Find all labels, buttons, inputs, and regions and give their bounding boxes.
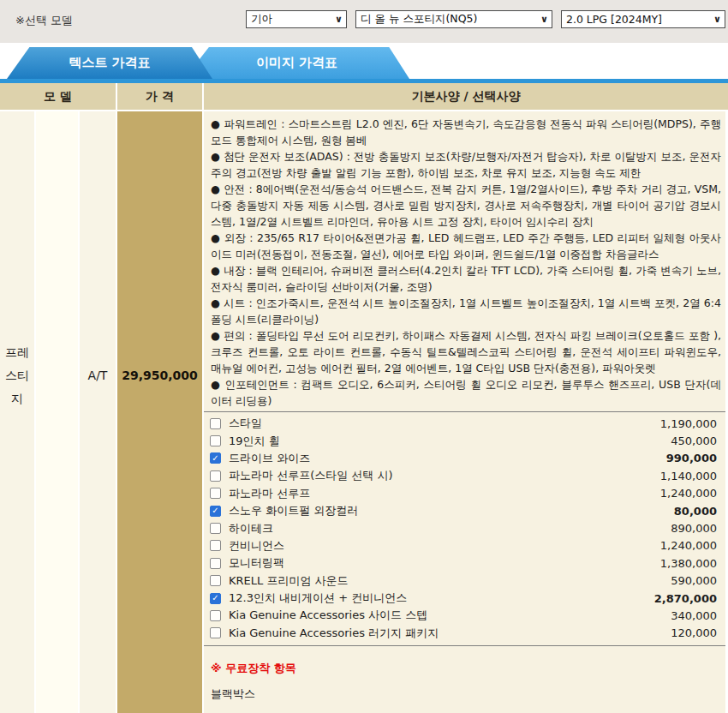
model-select[interactable]: 디 올 뉴 스포티지(NQ5) ∨: [355, 10, 552, 28]
brand-select-value: 기아: [251, 12, 272, 27]
checkbox-unchecked-icon[interactable]: [210, 540, 221, 551]
option-price: 590,000: [671, 574, 717, 587]
header-price: 가 격: [117, 83, 204, 110]
option-price: 340,000: [671, 609, 717, 622]
option-row[interactable]: 모니터링팩1,380,000: [204, 554, 725, 572]
checkbox-unchecked-icon[interactable]: [210, 575, 221, 586]
model-select-value: 디 올 뉴 스포티지(NQ5): [361, 12, 477, 27]
transmission-value: A/T: [88, 368, 108, 382]
option-label: 스노우 화이트펄 외장컬러: [229, 503, 358, 518]
option-label: 파노라마 선루프(스타일 선택 시): [229, 468, 393, 483]
option-row[interactable]: 컨비니언스1,240,000: [204, 537, 725, 554]
option-price: 80,000: [674, 505, 717, 518]
option-price: 1,380,000: [660, 557, 717, 570]
option-label: 드라이브 와이즈: [229, 451, 310, 466]
header-specs: 기본사양 / 선택사양: [204, 83, 728, 110]
option-price: 120,000: [671, 626, 717, 639]
chevron-down-icon: ∨: [335, 14, 343, 25]
option-price: 2,870,000: [654, 592, 717, 605]
option-row[interactable]: 스타일1,190,000: [204, 415, 725, 432]
option-price: 1,190,000: [660, 417, 717, 430]
option-label: 하이테크: [229, 521, 273, 536]
base-price: 29,950,000: [122, 368, 198, 382]
option-row[interactable]: 파노라마 선루프1,240,000: [204, 485, 725, 502]
checkbox-unchecked-icon[interactable]: [210, 627, 221, 638]
specs-list: ● 파워트레인 : 스마트스트림 L2.0 엔진, 6단 자동변속기, 속도감응…: [204, 111, 725, 411]
spec-bullet-line: ● 편의 : 폴딩타입 무선 도어 리모컨키, 하이패스 자동결제 시스템, 전…: [211, 327, 721, 376]
option-label: KRELL 프리미엄 사운드: [229, 573, 349, 589]
table-body-row: 프레스티지 A/T 29,950,000 ● 파워트레인 : 스마트스트림 L2…: [0, 111, 728, 713]
price-cell: 29,950,000: [117, 111, 204, 713]
option-label: 모니터링팩: [229, 555, 284, 571]
option-price: 1,240,000: [660, 487, 717, 500]
table-header-row: 모 델 가 격 기본사양 / 선택사양: [0, 83, 728, 111]
trim-name: 프레스티지: [3, 341, 32, 410]
option-row[interactable]: ✓12.3인치 내비게이션 + 컨비니언스2,870,000: [204, 590, 725, 607]
option-price: 1,240,000: [660, 539, 717, 552]
checkbox-unchecked-icon[interactable]: [210, 418, 221, 429]
option-row[interactable]: KRELL 프리미엄 사운드590,000: [204, 572, 725, 590]
checkbox-unchecked-icon[interactable]: [210, 435, 221, 446]
checkbox-checked-icon[interactable]: ✓: [210, 452, 221, 464]
chevron-down-icon: ∨: [540, 14, 548, 25]
option-label: 스타일: [229, 416, 262, 431]
option-price: 890,000: [671, 522, 717, 535]
option-row[interactable]: ✓드라이브 와이즈990,000: [204, 450, 725, 467]
checkbox-checked-icon[interactable]: ✓: [210, 506, 221, 517]
option-label: Kia Genuine Accessories 사이드 스텝: [229, 608, 427, 623]
option-price: 1,140,000: [660, 470, 717, 482]
spec-bullet-line: ● 인포테인먼트 : 컴팩트 오디오, 6스피커, 스티어링 휠 오디오 리모컨…: [211, 376, 721, 409]
option-label: 19인치 휠: [229, 434, 280, 449]
trim-select[interactable]: 2.0 LPG [2024MY] ∨: [561, 10, 725, 28]
spec-bullet-line: ● 시트 : 인조가죽시트, 운전석 시트 높이조절장치, 1열 시트벨트 높이…: [211, 295, 721, 327]
trim-select-value: 2.0 LPG [2024MY]: [566, 13, 662, 26]
option-label: 파노라마 선루프: [229, 486, 310, 501]
option-price: 990,000: [666, 452, 717, 464]
free-item: 블랙박스: [204, 686, 725, 702]
option-label: 컨비니언스: [229, 538, 284, 554]
option-row[interactable]: 파노라마 선루프(스타일 선택 시)1,140,000: [204, 467, 725, 484]
transmission-cell: A/T: [80, 111, 117, 713]
option-row[interactable]: ✓스노우 화이트펄 외장컬러80,000: [204, 502, 725, 519]
spec-bullet-line: ● 첨단 운전자 보조(ADAS) : 전방 충돌방지 보조(차량/보행자/자전…: [211, 148, 721, 181]
spec-bullet-line: ● 파워트레인 : 스마트스트림 L2.0 엔진, 6단 자동변속기, 속도감응…: [211, 116, 721, 148]
trim-name-cell: 프레스티지: [0, 111, 36, 713]
empty-cell: [36, 111, 80, 713]
spec-bullet-line: ● 안전 : 8에어백(운전석/동승석 어드밴스드, 전복 감지 커튼, 1열/…: [211, 181, 721, 230]
checkbox-unchecked-icon[interactable]: [210, 610, 221, 621]
option-label: 12.3인치 내비게이션 + 컨비니언스: [229, 590, 407, 606]
checkbox-unchecked-icon[interactable]: [210, 488, 221, 499]
header-model: 모 델: [0, 83, 117, 110]
tab-image-price-table[interactable]: 이미지 가격표: [184, 47, 409, 79]
checkbox-unchecked-icon[interactable]: [210, 558, 221, 569]
option-label: Kia Genuine Accessories 러기지 패키지: [229, 626, 439, 641]
free-items-title: ※ 무료장착 항목: [204, 661, 725, 676]
chevron-down-icon: ∨: [713, 14, 721, 25]
checkbox-checked-icon[interactable]: ✓: [210, 593, 221, 604]
checkbox-unchecked-icon[interactable]: [210, 523, 221, 534]
spec-bullet-line: ● 내장 : 블랙 인테리어, 슈퍼비전 클러스터(4.2인치 칼라 TFT L…: [211, 262, 721, 295]
brand-select[interactable]: 기아 ∨: [246, 10, 347, 28]
price-table-page: ※선택 모델 기아 ∨ 디 올 뉴 스포티지(NQ5) ∨ 2.0 LPG [2…: [0, 0, 728, 713]
select-model-label: ※선택 모델: [15, 13, 73, 28]
tab-text-price-table[interactable]: 텍스트 가격표: [7, 47, 212, 79]
option-price: 450,000: [671, 434, 717, 447]
model-selector-bar: ※선택 모델 기아 ∨ 디 올 뉴 스포티지(NQ5) ∨ 2.0 LPG [2…: [0, 0, 728, 43]
options-list: 스타일1,190,00019인치 휠450,000✓드라이브 와이즈990,00…: [204, 411, 725, 646]
specs-cell: ● 파워트레인 : 스마트스트림 L2.0 엔진, 6단 자동변속기, 속도감응…: [204, 111, 728, 713]
option-row[interactable]: Kia Genuine Accessories 사이드 스텝340,000: [204, 607, 725, 624]
spec-bullet-line: ● 외장 : 235/65 R17 타이어&전면가공 휠, LED 헤드램프, …: [211, 230, 721, 262]
option-row[interactable]: Kia Genuine Accessories 러기지 패키지120,000: [204, 625, 725, 642]
option-row[interactable]: 하이테크890,000: [204, 519, 725, 536]
tab-strip: 텍스트 가격표 이미지 가격표: [0, 43, 728, 79]
option-row[interactable]: 19인치 휠450,000: [204, 432, 725, 449]
checkbox-unchecked-icon[interactable]: [210, 470, 221, 482]
